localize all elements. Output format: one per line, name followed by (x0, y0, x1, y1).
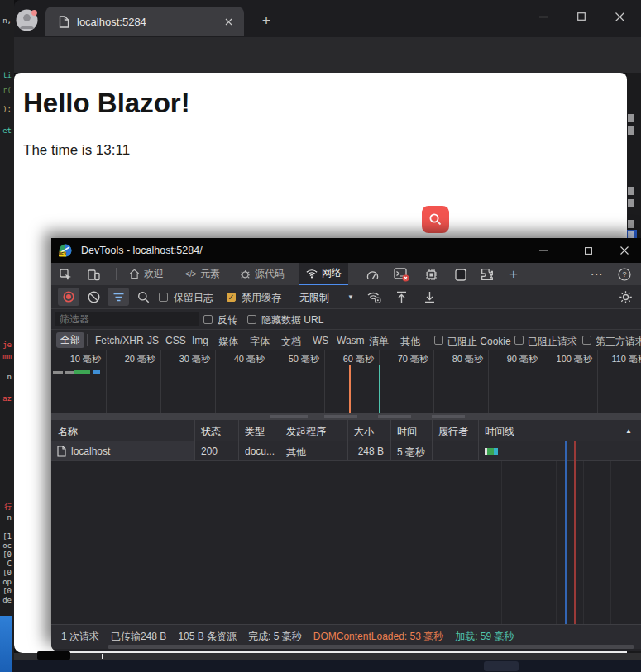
device-toolbar-icon[interactable] (86, 267, 101, 282)
request-row[interactable]: localhost 200 docu... 其他 248 B 5 毫秒 (51, 441, 641, 461)
col-name[interactable]: 名称 (58, 425, 78, 439)
filter-chip[interactable]: 字体 (250, 335, 270, 349)
clear-network-icon[interactable] (86, 289, 101, 304)
blocked-requests-checkbox[interactable] (514, 336, 524, 345)
col-time[interactable]: 时间 (397, 425, 417, 439)
invert-checkbox[interactable] (203, 315, 213, 324)
code-fragment: C (7, 560, 12, 568)
performance-icon[interactable] (365, 267, 380, 282)
tab-network[interactable]: 网络 (299, 263, 348, 285)
code-fragment: 行 (4, 502, 12, 512)
throttling-select[interactable]: 无限制 ▼ (293, 288, 357, 306)
record-button[interactable] (58, 288, 79, 306)
filter-chip[interactable]: Wasm (337, 335, 365, 346)
tab-elements-label: 元素 (200, 267, 220, 281)
maximize-button[interactable] (567, 7, 596, 26)
svg-text:?: ? (622, 270, 626, 279)
filter-chip-all[interactable]: 全部 (56, 332, 84, 348)
filter-chip[interactable]: 清单 (369, 335, 389, 349)
filter-chip[interactable]: JS (147, 335, 159, 346)
code-fragment: [0 (2, 587, 12, 595)
devtools-menu-icon[interactable]: ⋯ (589, 266, 604, 282)
timeline-tick: 20 毫秒 (106, 353, 155, 365)
more-tools-icon[interactable]: + (506, 266, 521, 282)
application-icon[interactable] (453, 267, 468, 282)
page-search-button[interactable] (422, 206, 449, 233)
timeline-tick: 10 毫秒 (51, 353, 101, 365)
tab-welcome[interactable]: 欢迎 (126, 263, 167, 285)
hide-data-urls-checkbox[interactable] (247, 315, 256, 324)
inspect-element-icon[interactable] (58, 267, 73, 282)
col-waterfall[interactable]: 时间线 (485, 425, 514, 439)
network-conditions-icon[interactable] (366, 289, 382, 304)
filter-toggle-button[interactable] (108, 288, 129, 306)
filter-chip[interactable]: WS (313, 335, 328, 346)
memory-icon[interactable] (423, 267, 438, 282)
export-har-icon[interactable] (422, 289, 437, 304)
network-settings-gear-icon[interactable] (617, 288, 634, 305)
timeline-tick: 60 毫秒 (324, 353, 374, 365)
horizontal-scrollbar[interactable] (108, 645, 634, 649)
code-fragment: r( (2, 86, 12, 94)
devtools-window: DEV DevTools - localhost:5284/ (51, 238, 641, 651)
devtools-app-icon: DEV (58, 243, 73, 258)
timeline-tick: 110 毫秒 (597, 353, 641, 365)
summary-finish: 完成: 5 毫秒 (248, 630, 302, 644)
new-tab-button[interactable]: + (256, 10, 277, 31)
col-initiator[interactable]: 发起程序 (286, 425, 326, 439)
code-fragment: n (7, 373, 12, 381)
sort-arrow-icon[interactable]: ▲ (625, 427, 632, 435)
network-search-icon[interactable] (136, 289, 151, 304)
load-marker-line (379, 365, 380, 413)
console-errors-icon[interactable] (393, 267, 409, 282)
network-filter-row: 反转 隐藏数据 URL (51, 309, 641, 330)
tab-elements[interactable]: </> 元素 (182, 263, 223, 285)
blocked-requests-label: 已阻止请求 (528, 335, 577, 349)
taskbar-widget[interactable] (484, 661, 519, 671)
waterfall-gridline (529, 441, 529, 624)
waterfall-gridline (610, 441, 611, 624)
code-fragment: oc (2, 541, 12, 550)
browser-tab[interactable]: localhost:5284 (45, 7, 244, 36)
tabbar-divider (116, 268, 117, 280)
network-toolbar: 保留日志 ✓ 禁用缓存 无限制 ▼ (51, 285, 641, 309)
disable-cache-checkbox[interactable]: ✓ (227, 293, 236, 302)
code-fragment: je (2, 341, 12, 349)
col-fulfilled[interactable]: 履行者 (438, 425, 468, 439)
bottom-black-widget (37, 651, 70, 660)
col-size[interactable]: 大小 (354, 425, 374, 439)
network-overview[interactable]: 10 毫秒 20 毫秒 30 毫秒 40 毫秒 50 毫秒 60 毫秒 70 毫… (51, 350, 641, 420)
filter-chip[interactable]: 文档 (281, 335, 301, 349)
help-icon[interactable]: ? (617, 267, 632, 282)
profile-avatar[interactable] (16, 9, 38, 31)
taskbar[interactable] (0, 660, 641, 672)
preserve-log-label: 保留日志 (174, 291, 213, 305)
devtools-close-icon[interactable] (612, 238, 637, 263)
overview-scroll-strip[interactable] (51, 413, 641, 420)
dcl-marker-line (349, 365, 351, 413)
load-table-line (574, 441, 576, 624)
filter-chip[interactable]: Img (192, 335, 208, 346)
close-button[interactable] (605, 7, 634, 26)
overview-bar (74, 370, 90, 374)
blocked-cookies-checkbox[interactable] (434, 336, 443, 345)
overview-bar (93, 370, 100, 374)
tab-close-icon[interactable] (221, 14, 236, 29)
import-har-icon[interactable] (394, 289, 409, 304)
third-party-checkbox[interactable] (582, 336, 591, 345)
filter-chip[interactable]: 其他 (400, 335, 420, 349)
filter-chip[interactable]: CSS (165, 335, 186, 346)
code-fragment: op (2, 578, 12, 586)
preserve-log-checkbox[interactable] (159, 293, 168, 302)
devtools-maximize-icon[interactable] (576, 238, 600, 263)
filter-input[interactable] (55, 312, 199, 326)
devtools-minimize-icon[interactable] (531, 238, 556, 263)
minimize-button[interactable] (529, 7, 558, 26)
filter-chip[interactable]: 媒体 (218, 335, 238, 349)
tab-sources[interactable]: 源代码 (237, 263, 288, 285)
col-type[interactable]: 类型 (245, 425, 265, 439)
filter-chip[interactable]: Fetch/XHR (95, 335, 144, 346)
code-fragment: ): (2, 105, 12, 113)
col-status[interactable]: 状态 (201, 425, 221, 439)
devtools-extensions-icon[interactable] (480, 267, 495, 282)
